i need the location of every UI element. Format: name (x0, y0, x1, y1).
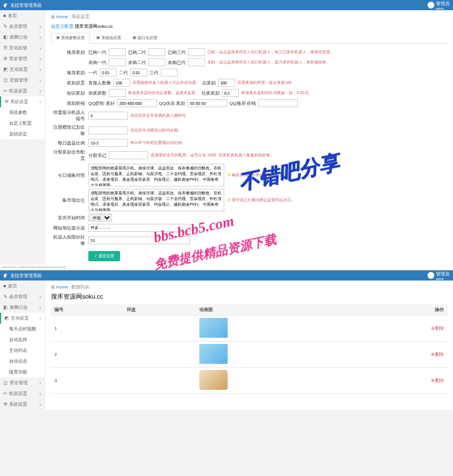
input-tier1[interactable] (100, 69, 117, 76)
sidebar-item-interact[interactable]: ◩互动设置∨ (0, 64, 45, 75)
content: ▤ Home · 系统设置 自定义配置 搜库资源网soku.cc ▣ 系统参数设… (45, 10, 453, 265)
tab-system-values[interactable]: ▣ 系统值设置 (91, 33, 126, 43)
submenu2-4[interactable]: 自动点击 (0, 356, 45, 367)
submit-button[interactable]: ✓ 提定设置 (88, 251, 120, 261)
label-start-time: 算所开始时间 (51, 215, 88, 221)
sidebar2-item-interact[interactable]: ◩互动设置∨ (0, 313, 45, 324)
sidebar-item-home[interactable]: ■首页 (0, 10, 45, 21)
breadcrumb-2: ▤ Home · 数据列表 (51, 284, 447, 290)
input-total-bonus[interactable] (218, 79, 235, 87)
sidebar2-item-member[interactable]: ✎会员管理∨ (0, 291, 45, 302)
submenu2-2[interactable]: 自动选择 (0, 334, 45, 345)
select-start-time[interactable]: 作组 (88, 214, 112, 222)
breadcrumb-home[interactable]: Home (56, 14, 68, 19)
input-gen1-notbought[interactable] (109, 58, 126, 66)
sidebar-item-robot[interactable]: ✂机器设置∨ (0, 86, 45, 96)
input-robot-perm[interactable] (88, 236, 190, 244)
input-daily-ratio[interactable] (88, 139, 128, 147)
input-qq-group[interactable] (117, 99, 157, 107)
breadcrumb: ▤ Home · 系统设置 (51, 14, 447, 20)
sidebar2-item-asset[interactable]: ◫资金管理∨ (0, 377, 45, 388)
sidebar-label: 发圈公告 (10, 35, 28, 40)
submenu-label: 系统参数 (9, 109, 27, 116)
label-market: 集市现出住 (51, 197, 88, 203)
tool-icon: ⚒ (3, 402, 7, 407)
submenu2-3[interactable]: 互动列表 (0, 345, 45, 356)
input-gen3-notbought[interactable] (188, 58, 205, 66)
tab-system-params[interactable]: ▣ 系统参数设置 (51, 33, 90, 44)
input-register-gift[interactable] (88, 126, 128, 134)
sidebar2-item-system[interactable]: ⚒系统设置∨ (0, 399, 45, 410)
input-site-tip[interactable] (88, 224, 190, 232)
sidebar-item-member[interactable]: ✎会员管理∨ (0, 21, 45, 32)
input-qq-rest[interactable] (187, 99, 227, 107)
submenu-item-params[interactable]: 系统参数 (0, 107, 45, 118)
footer-url: searchsoku.cc/admin/index/welcome/system… (0, 265, 453, 269)
box-icon: ◩ (5, 316, 9, 321)
chevron-icon: ∨ (39, 89, 41, 93)
table-row: 3⊗删除 (51, 368, 447, 394)
breadcrumb-home-2[interactable]: Home (56, 284, 68, 290)
leaf-icon (3, 3, 8, 8)
submenu-item-basic[interactable]: 基础设定 (0, 129, 45, 139)
cut-icon: ✂ (3, 391, 7, 396)
input-gen2-bought[interactable] (148, 48, 165, 56)
tab-interface[interactable]: ▣ 接口化设置 (127, 33, 163, 43)
sidebar-item-feedback[interactable]: ☰互动反馈∨ (0, 42, 45, 53)
user-area-2[interactable]: 管理员 admin (428, 271, 450, 280)
textarea-today-store[interactable] (88, 164, 224, 186)
sidebar-item-macro[interactable]: ◫宏观管理∨ (0, 75, 45, 86)
sidebar-2: ■首页 ✎会员管理∨ ◧发圈公告∨ ◩互动设置∨ 每天点时提醒 自动选择 互动列… (0, 280, 45, 410)
submenu-item-custom[interactable]: 自定义配置 (0, 118, 45, 129)
edit-icon: ✎ (3, 294, 7, 299)
chevron-icon: ∨ (39, 67, 41, 71)
chevron-icon: ∨ (39, 381, 41, 385)
label-encourage: 鼓励联销 (51, 100, 88, 107)
sidebar-item-announce[interactable]: ◧发圈公告∨ (0, 32, 45, 42)
submenu2-5[interactable]: 随意功能 (0, 367, 45, 377)
sidebar-label: 系统设置 (10, 99, 28, 104)
home-icon: ■ (3, 13, 6, 18)
th-img: 动画图 (196, 304, 357, 316)
input-gen2-notbought[interactable] (148, 58, 165, 66)
input-robot-id[interactable] (88, 112, 128, 120)
sidebar-label: 机器设置 (9, 88, 27, 94)
sidebar2-item-home[interactable]: ■首页 (0, 280, 45, 291)
input-qq-rec[interactable] (258, 99, 298, 107)
sidebar2-item-announce[interactable]: ◧发圈公告∨ (0, 302, 45, 313)
panel-icon: ◧ (3, 305, 8, 310)
sidebar: ■首页 ✎会员管理∨ ◧发圈公告∨ ☰互动反馈∨ ⚙安全管理∨ ◩互动设置∨ ◫… (0, 10, 45, 265)
input-tier2[interactable] (130, 69, 147, 76)
sidebar-item-system[interactable]: ⚒系统设置∨ (0, 96, 45, 107)
label-site-tip: 网站地址提示器 (51, 225, 88, 231)
input-tier3[interactable] (161, 69, 178, 76)
submenu2-1[interactable]: 每天点时提醒 (0, 324, 45, 334)
input-add-bonus[interactable] (109, 89, 126, 97)
label-today-store: 今日储集对照 (51, 172, 88, 178)
page-title: 自定义配置 搜库资源网soku.cc (51, 22, 447, 29)
user-name: 管理员 (436, 1, 450, 7)
table-row: 1⊗删除 (51, 316, 447, 342)
delete-link[interactable]: ⊗删除 (431, 378, 444, 383)
table-row: 2⊗删除 (51, 342, 447, 368)
input-gen1-bought[interactable] (109, 48, 126, 56)
cut-icon: ✂ (3, 88, 7, 94)
input-social-bonus[interactable] (222, 89, 239, 97)
chevron-icon: ∨ (39, 305, 41, 309)
input-gen3-bought[interactable] (188, 48, 205, 56)
chevron-icon: ∨ (39, 402, 41, 406)
user-area[interactable]: 管理员 admin (428, 1, 450, 10)
textarea-market[interactable] (88, 189, 224, 211)
delete-link[interactable]: ⊗删除 (431, 326, 444, 331)
sidebar-label: 宏观管理 (10, 78, 28, 83)
sidebar-item-security[interactable]: ⚙安全管理∨ (0, 53, 45, 64)
input-split-coef[interactable] (109, 151, 148, 159)
sidebar2-item-robot[interactable]: ✂机器设置∨ (0, 388, 45, 399)
user-role: admin (436, 7, 450, 10)
chevron-icon: ∨ (39, 46, 41, 50)
label-robot-id: 排重提示机器人端号 (51, 109, 88, 122)
input-direct-count[interactable] (113, 79, 130, 87)
label-robot-perm: 机器人权限好好像 (51, 234, 88, 246)
delete-link[interactable]: ⊗删除 (431, 352, 444, 357)
label-knowledge: 知识奖励 (51, 90, 88, 96)
